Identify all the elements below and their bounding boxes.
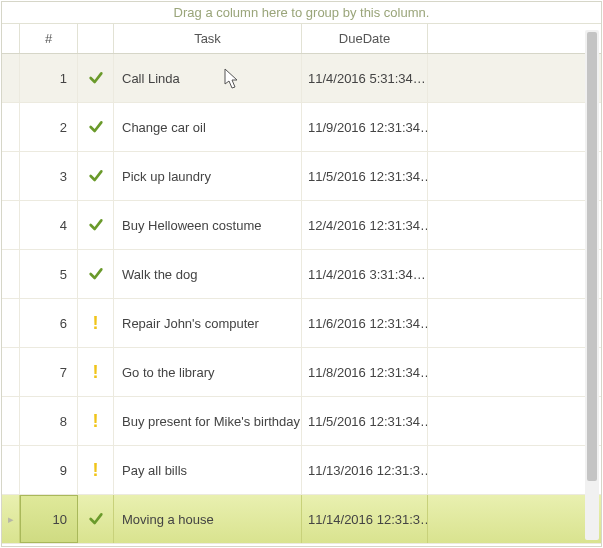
table-row[interactable]: 8!Buy present for Mike's birthday11/5/20… <box>2 397 601 446</box>
status-cell[interactable] <box>78 250 114 298</box>
task-cell[interactable]: Go to the library <box>114 348 302 396</box>
checkmark-icon <box>88 70 104 86</box>
task-cell[interactable]: Buy Helloween costume <box>114 201 302 249</box>
row-number-cell[interactable]: 8 <box>20 397 78 445</box>
task-cell[interactable]: Change car oil <box>114 103 302 151</box>
row-indicator-cell <box>2 250 20 298</box>
duedate-cell[interactable]: 11/14/2016 12:31:3… <box>302 495 428 543</box>
status-cell[interactable] <box>78 201 114 249</box>
row-number-cell[interactable]: 9 <box>20 446 78 494</box>
table-row[interactable]: 1Call Linda11/4/2016 5:31:34… <box>2 54 601 103</box>
data-grid: Drag a column here to group by this colu… <box>1 1 602 547</box>
checkmark-icon <box>88 217 104 233</box>
task-text: Moving a house <box>122 512 214 527</box>
warning-icon: ! <box>93 314 99 332</box>
task-cell[interactable]: Pick up laundry <box>114 152 302 200</box>
column-header-duedate[interactable]: DueDate <box>302 24 428 53</box>
column-header-row: # Task DueDate <box>2 24 601 54</box>
row-number-cell[interactable]: 3 <box>20 152 78 200</box>
column-header-task[interactable]: Task <box>114 24 302 53</box>
task-text: Buy Helloween costume <box>122 218 261 233</box>
status-cell[interactable]: ! <box>78 397 114 445</box>
checkmark-icon <box>88 168 104 184</box>
duedate-cell[interactable]: 11/5/2016 12:31:34… <box>302 152 428 200</box>
task-cell[interactable]: Buy present for Mike's birthday <box>114 397 302 445</box>
table-row[interactable]: 7!Go to the library11/8/2016 12:31:34… <box>2 348 601 397</box>
current-row-indicator-icon: ▸ <box>8 513 14 526</box>
task-cell[interactable]: Pay all bills <box>114 446 302 494</box>
checkmark-icon <box>88 266 104 282</box>
row-indicator-cell <box>2 54 20 102</box>
task-text: Pay all bills <box>122 463 187 478</box>
row-indicator-cell <box>2 397 20 445</box>
column-header-number[interactable]: # <box>20 24 78 53</box>
duedate-cell[interactable]: 12/4/2016 12:31:34… <box>302 201 428 249</box>
task-text: Call Linda <box>122 71 180 86</box>
table-row[interactable]: ▸10Moving a house11/14/2016 12:31:3… <box>2 495 601 544</box>
duedate-cell[interactable]: 11/8/2016 12:31:34… <box>302 348 428 396</box>
scrollbar-thumb[interactable] <box>587 32 597 481</box>
warning-icon: ! <box>93 461 99 479</box>
row-number-cell[interactable]: 5 <box>20 250 78 298</box>
duedate-cell[interactable]: 11/4/2016 3:31:34… <box>302 250 428 298</box>
task-cell[interactable]: Call Linda <box>114 54 302 102</box>
table-row[interactable]: 9!Pay all bills11/13/2016 12:31:3… <box>2 446 601 495</box>
duedate-cell[interactable]: 11/6/2016 12:31:34… <box>302 299 428 347</box>
table-row[interactable]: 6!Repair John's computer11/6/2016 12:31:… <box>2 299 601 348</box>
duedate-cell[interactable]: 11/13/2016 12:31:3… <box>302 446 428 494</box>
column-header-status[interactable] <box>78 24 114 53</box>
table-row[interactable]: 2Change car oil11/9/2016 12:31:34… <box>2 103 601 152</box>
checkmark-icon <box>88 511 104 527</box>
row-number-cell[interactable]: 1 <box>20 54 78 102</box>
row-indicator-cell <box>2 299 20 347</box>
row-indicator-cell <box>2 103 20 151</box>
row-number-cell[interactable]: 6 <box>20 299 78 347</box>
row-indicator-cell <box>2 201 20 249</box>
row-number-cell[interactable]: 7 <box>20 348 78 396</box>
duedate-cell[interactable]: 11/4/2016 5:31:34… <box>302 54 428 102</box>
status-cell[interactable] <box>78 495 114 543</box>
row-indicator-cell <box>2 152 20 200</box>
status-cell[interactable]: ! <box>78 299 114 347</box>
task-text: Repair John's computer <box>122 316 259 331</box>
grid-body: 1Call Linda11/4/2016 5:31:34…2Change car… <box>2 54 601 546</box>
task-text: Go to the library <box>122 365 215 380</box>
row-number-cell[interactable]: 2 <box>20 103 78 151</box>
warning-icon: ! <box>93 363 99 381</box>
duedate-cell[interactable]: 11/5/2016 12:31:34… <box>302 397 428 445</box>
status-cell[interactable] <box>78 103 114 151</box>
task-cell[interactable]: Repair John's computer <box>114 299 302 347</box>
status-cell[interactable] <box>78 54 114 102</box>
status-cell[interactable] <box>78 152 114 200</box>
task-text: Walk the dog <box>122 267 197 282</box>
table-row[interactable]: 4Buy Helloween costume12/4/2016 12:31:34… <box>2 201 601 250</box>
task-text: Change car oil <box>122 120 206 135</box>
row-indicator-cell <box>2 348 20 396</box>
task-cell[interactable]: Walk the dog <box>114 250 302 298</box>
duedate-cell[interactable]: 11/9/2016 12:31:34… <box>302 103 428 151</box>
task-text: Pick up laundry <box>122 169 211 184</box>
warning-icon: ! <box>93 412 99 430</box>
status-cell[interactable]: ! <box>78 446 114 494</box>
column-header-indicator[interactable] <box>2 24 20 53</box>
row-indicator-cell: ▸ <box>2 495 20 543</box>
task-cell[interactable]: Moving a house <box>114 495 302 543</box>
status-cell[interactable]: ! <box>78 348 114 396</box>
checkmark-icon <box>88 119 104 135</box>
row-number-cell[interactable]: 10 <box>20 495 78 543</box>
vertical-scrollbar[interactable] <box>585 30 599 540</box>
row-number-cell[interactable]: 4 <box>20 201 78 249</box>
mouse-cursor-icon <box>224 68 242 93</box>
row-indicator-cell <box>2 446 20 494</box>
table-row[interactable]: 5Walk the dog11/4/2016 3:31:34… <box>2 250 601 299</box>
table-row[interactable]: 3Pick up laundry11/5/2016 12:31:34… <box>2 152 601 201</box>
task-text: Buy present for Mike's birthday <box>122 414 300 429</box>
group-by-panel[interactable]: Drag a column here to group by this colu… <box>2 2 601 24</box>
